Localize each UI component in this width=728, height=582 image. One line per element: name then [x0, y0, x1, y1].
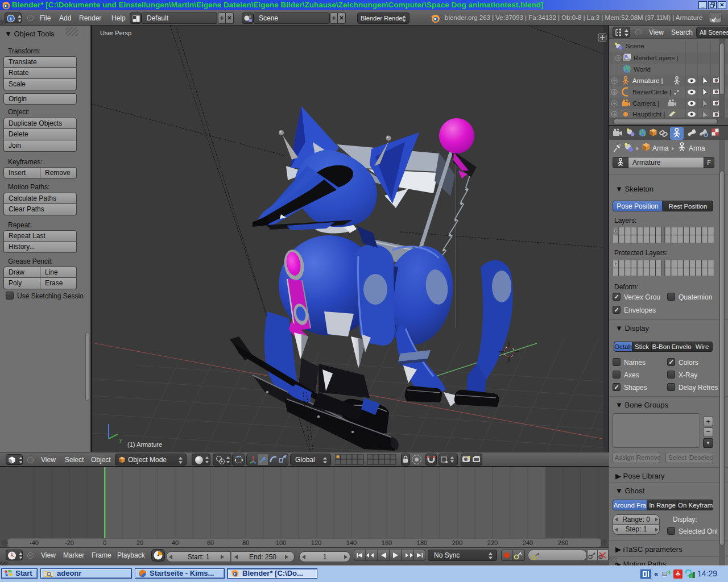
- svg-text:220: 220: [487, 539, 498, 546]
- svg-text:Hauptlicht |: Hauptlicht |: [632, 111, 665, 118]
- svg-text:140: 140: [346, 539, 357, 546]
- svg-text:(1) Armature: (1) Armature: [127, 441, 162, 448]
- svg-text:Armature |: Armature |: [632, 77, 663, 84]
- svg-text:Arma: Arma: [652, 144, 669, 152]
- svg-text:RenderLayers |: RenderLayers |: [634, 55, 678, 61]
- svg-text:Camera |: Camera |: [632, 100, 659, 107]
- svg-text:BezierCircle |: BezierCircle |: [632, 89, 671, 95]
- svg-text:240: 240: [523, 539, 533, 546]
- svg-text:y: y: [119, 437, 122, 443]
- svg-text:80: 80: [242, 539, 249, 546]
- svg-text:120: 120: [311, 539, 321, 546]
- svg-text:0: 0: [103, 539, 106, 546]
- svg-text:World: World: [634, 66, 651, 73]
- svg-text:40: 40: [172, 539, 179, 546]
- svg-text:20: 20: [136, 539, 143, 546]
- svg-text:260: 260: [558, 539, 568, 546]
- svg-text:160: 160: [382, 539, 392, 546]
- svg-text:-40: -40: [30, 539, 39, 546]
- svg-text:60: 60: [207, 539, 214, 546]
- svg-text:200: 200: [452, 539, 462, 546]
- svg-text:User Persp: User Persp: [100, 30, 131, 36]
- svg-text:180: 180: [417, 539, 427, 546]
- svg-text:Scene: Scene: [626, 43, 644, 49]
- svg-text:-20: -20: [65, 539, 74, 546]
- svg-text:100: 100: [276, 539, 286, 546]
- svg-text:Arma: Arma: [689, 144, 705, 152]
